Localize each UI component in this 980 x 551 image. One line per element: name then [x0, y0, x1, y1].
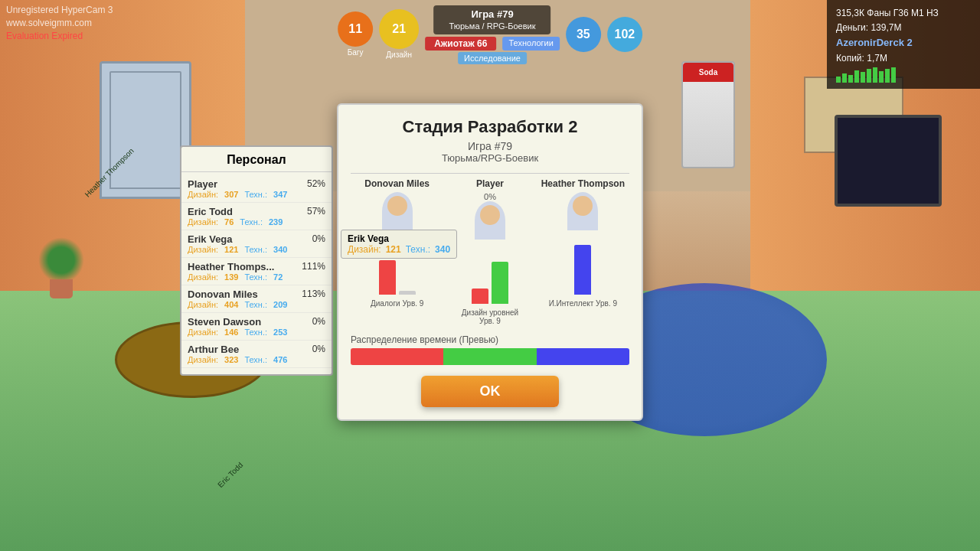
- bar-red-donovan: [379, 260, 396, 295]
- tv-monitor: [835, 115, 942, 207]
- research-badge-circle: 102: [607, 17, 642, 52]
- design-val-1: 76: [224, 217, 234, 227]
- chart-bar-1: [836, 77, 841, 83]
- char-col-player: Player 0% Дизайн уровнейУрв. 9: [448, 178, 532, 325]
- person-pct-3: 111%: [302, 261, 325, 272]
- char-avatar-player: [475, 201, 505, 240]
- erik-vega-tooltip: Erik Vega Дизайн: 121 Техн.: 340: [341, 230, 457, 259]
- tech-label-5: Техн.:: [244, 328, 267, 337]
- hype-badge: Ажиотаж 66: [425, 37, 496, 51]
- design-label-0: Дизайн:: [188, 190, 218, 199]
- person-name-5: Steven Dawson: [188, 316, 325, 328]
- erik-name: Erik Vega: [348, 233, 450, 244]
- char-name-heather: Heather Thompson: [541, 178, 625, 189]
- tech-value: 35: [577, 28, 590, 41]
- watermark-line3: Evaluation Expired: [6, 30, 113, 43]
- td-blue: [537, 348, 629, 365]
- person-stats-2: Дизайн: 121 Техн.: 340: [188, 245, 325, 254]
- badge-research: 102: [607, 17, 642, 52]
- design-val-5: 146: [224, 328, 238, 337]
- plant-leaves: [38, 237, 84, 283]
- bar-empty-donovan: [399, 291, 416, 295]
- person-name-1: Eric Todd: [188, 206, 325, 217]
- hud-badges: 11 Багу 21 Дизайн Игра #79 Тюрьма / RPG-…: [338, 4, 642, 64]
- person-pct-4: 113%: [302, 289, 325, 299]
- td-red: [351, 348, 443, 365]
- player-pct: 0%: [484, 192, 496, 201]
- design-val-4: 404: [224, 300, 238, 309]
- person-row-0: 52% Player Дизайн: 307 Техн.: 347: [181, 175, 332, 203]
- design-val-3: 139: [224, 272, 238, 282]
- bar-green-wrap-player: [492, 243, 508, 304]
- personnel-panel: Персонал 52% Player Дизайн: 307 Техн.: 3…: [180, 145, 333, 376]
- erik-design-val: 121: [386, 244, 401, 255]
- hud-top: 11 Багу 21 Дизайн Игра #79 Тюрьма / RPG-…: [0, 0, 980, 69]
- erik-design-label: Дизайн:: [348, 244, 381, 255]
- chart-bar-5: [861, 72, 865, 83]
- time-dist-section: Распределение времени (Превью): [351, 334, 629, 365]
- tech-val-3: 72: [273, 272, 283, 282]
- person-stats-5: Дизайн: 146 Техн.: 253: [188, 328, 325, 337]
- char-name-player: Player: [476, 178, 504, 189]
- research-badge: Исследование: [458, 52, 527, 64]
- watermark: Unregistered HyperCam 3 www.solveigmm.co…: [6, 4, 113, 42]
- char-skill-heather: И.Интеллект Урв. 9: [549, 299, 617, 308]
- bar-red-wrap-player: [472, 243, 488, 304]
- design-label-5: Дизайн:: [188, 328, 218, 337]
- person-stats-1: Дизайн: 76 Техн.: 239: [188, 217, 325, 227]
- game-subtitle-text: Тюрьма / RPG-Боевик: [449, 21, 536, 31]
- chart-bar-3: [848, 75, 853, 83]
- person-row-1: 57% Eric Todd Дизайн: 76 Техн.: 239: [181, 203, 332, 230]
- design-val-2: 121: [224, 245, 238, 254]
- plant-pot: [50, 279, 73, 298]
- char-avatar-heather: [567, 192, 598, 230]
- design-val-0: 307: [224, 190, 238, 199]
- tech-val-1: 239: [269, 217, 283, 227]
- design-label-3: Дизайн:: [188, 272, 218, 282]
- bug-badge: 11: [338, 11, 373, 47]
- chart-bar-7: [873, 67, 877, 83]
- design-label-1: Дизайн:: [188, 217, 218, 227]
- tech-label-4: Техн.:: [244, 300, 267, 309]
- watermark-line1: Unregistered HyperCam 3: [6, 4, 113, 17]
- bar-blue-wrap-heather: [574, 233, 591, 295]
- design-val-6: 323: [224, 355, 238, 364]
- design-value: 21: [392, 22, 406, 36]
- tech-label-3: Техн.:: [244, 272, 267, 282]
- dialog-title: Стадия Разработки 2: [351, 117, 629, 137]
- person-pct-1: 57%: [307, 206, 325, 217]
- plant: [38, 237, 84, 298]
- tech-badge-label: Технологии: [502, 37, 559, 51]
- tech-val-5: 253: [273, 328, 287, 337]
- tech-val-4: 209: [273, 300, 287, 309]
- time-dist-label: Распределение времени (Превью): [351, 334, 629, 345]
- design-label-4: Дизайн:: [188, 300, 218, 309]
- chart-bar-4: [854, 70, 859, 83]
- char-skill-player: Дизайн уровнейУрв. 9: [462, 308, 518, 325]
- hud-bottom-badges: Ажиотаж 66 Технологии: [425, 37, 560, 51]
- person-row-3: 111% Heather Thomps... Дизайн: 139 Техн.…: [181, 258, 332, 285]
- design-label-2: Дизайн:: [188, 245, 218, 254]
- design-badge: 21: [379, 9, 419, 49]
- game-title-text: Игра #79: [471, 8, 513, 20]
- chart-bar-9: [885, 69, 890, 83]
- watermark-line2: www.solveigmm.com: [6, 17, 113, 30]
- bar-red-player: [472, 289, 488, 304]
- title-block: Игра #79 Тюрьма / RPG-Боевик Ажиотаж 66 …: [425, 4, 560, 64]
- person-stats-6: Дизайн: 323 Техн.: 476: [188, 355, 325, 364]
- erik-tech-val: 340: [435, 244, 450, 255]
- tech-label-2: Техн.:: [244, 245, 267, 254]
- design-label: Дизайн: [386, 51, 412, 59]
- chart-bar-6: [867, 69, 871, 83]
- person-pct-0: 52%: [307, 178, 325, 189]
- ok-button[interactable]: OK: [421, 376, 559, 407]
- chart-bar-10: [891, 67, 896, 83]
- chart-bar-8: [879, 71, 884, 83]
- dialog-game-genre: Тюрьма/RPG-Боевик: [351, 152, 629, 164]
- tech-val-2: 340: [273, 245, 287, 254]
- person-row-2: 0% Erik Vega Дизайн: 121 Техн.: 340: [181, 230, 332, 258]
- td-green: [443, 348, 536, 365]
- person-stats-3: Дизайн: 139 Техн.: 72: [188, 272, 325, 282]
- char-bars-heather: [574, 233, 591, 295]
- badge-tech: 35: [566, 17, 601, 52]
